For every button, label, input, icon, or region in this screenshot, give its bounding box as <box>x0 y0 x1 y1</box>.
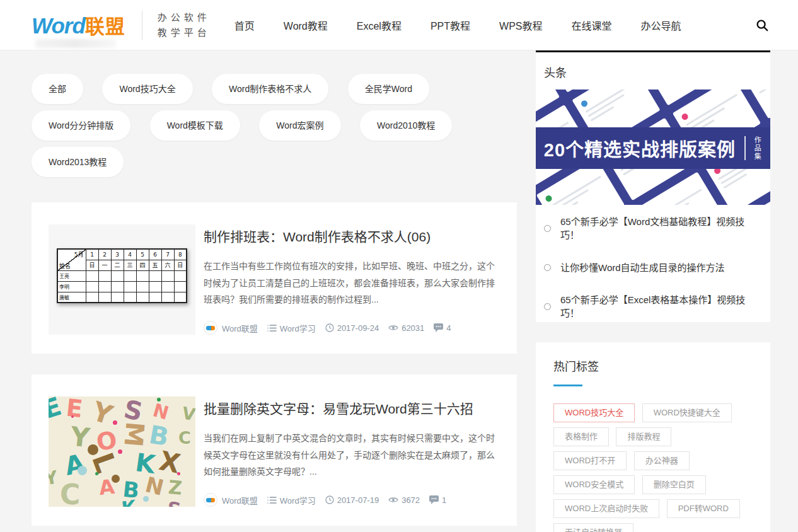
main-nav: 首页 Word教程 Excel教程 PPT教程 WPS教程 在线课堂 办公导航 <box>234 11 710 39</box>
headline-item[interactable]: 65个新手必学【Word文档基础教程】视频技巧！ <box>544 209 762 248</box>
comment-count: 1 <box>442 495 446 505</box>
eye-icon <box>388 324 398 332</box>
nav-item-classroom[interactable]: 在线课堂 <box>572 11 612 39</box>
filter-learn-word[interactable]: 全民学Word <box>348 74 429 104</box>
nav-item-word[interactable]: Word教程 <box>284 11 328 39</box>
site-logo[interactable]: Word联盟 <box>32 11 125 39</box>
view-count: 62031 <box>402 323 424 333</box>
views-block: 3672 <box>388 495 420 505</box>
site-header: Word联盟 办公软件 教学平台 首页 Word教程 Excel教程 PPT教程… <box>0 0 798 50</box>
comment-icon <box>434 323 443 332</box>
filter-word-macro[interactable]: Word宏案例 <box>259 110 340 141</box>
author-name: Word联盟 <box>222 322 258 334</box>
hot-tag[interactable]: WORD上次启动时失败 <box>553 499 659 518</box>
headline-banner[interactable]: 20个精选实战排版案例 作品集 <box>536 90 770 205</box>
banner-side-text: 作品集 <box>752 136 762 161</box>
headline-list: 65个新手必学【Word文档基础教程】视频技巧！ 让你秒懂Word自动生成目录的… <box>536 205 770 326</box>
category-block[interactable]: Word学习 <box>267 494 316 506</box>
category-block[interactable]: Word学习 <box>267 322 316 334</box>
author-avatar <box>204 321 217 335</box>
hot-tags-title: 热门标签 <box>553 357 753 374</box>
page-body: 全部 Word技巧大全 Word制作表格不求人 全民学Word Word分分钟排… <box>0 50 798 532</box>
views-block: 62031 <box>388 323 424 333</box>
filter-word2010[interactable]: Word2010教程 <box>360 110 452 141</box>
category-name: Word学习 <box>280 322 316 334</box>
search-button[interactable] <box>755 18 769 32</box>
clock-icon <box>325 323 334 332</box>
banner-text-band: 20个精选实战排版案例 作品集 <box>536 127 770 169</box>
filter-all[interactable]: 全部 <box>32 74 83 104</box>
hot-tag[interactable]: WORD快捷键大全 <box>642 403 732 422</box>
nav-item-home[interactable]: 首页 <box>234 11 255 39</box>
sidebar: 头条 20个精选实战排版案例 作品集 65个新手必学【Word文档基础教程】视频… <box>536 50 770 532</box>
filter-word-layout[interactable]: Word分分钟排版 <box>32 110 130 141</box>
filter-tag-bar: 全部 Word技巧大全 Word制作表格不求人 全民学Word Word分分钟排… <box>32 50 517 183</box>
hot-tag[interactable]: WORD技巧大全 <box>553 403 635 422</box>
title-underline <box>553 385 582 386</box>
comment-count: 4 <box>446 323 451 333</box>
category-name: Word学习 <box>280 494 316 506</box>
author-block[interactable]: Word联盟 <box>204 321 258 335</box>
author-name: Word联盟 <box>222 494 258 506</box>
article-thumbnail-schedule-table[interactable]: 5月姓名12345678日一二三四五六日王亮李明唐敏 <box>49 224 195 335</box>
tag-cloud: WORD技巧大全 WORD快捷键大全 表格制作 排版教程 WORD打不开 办公神… <box>553 403 753 532</box>
view-count: 3672 <box>402 495 420 505</box>
author-avatar <box>204 493 217 507</box>
article-thumbnail-letters[interactable]: EEYSNVYOMBCALKXABNZCYKS <box>49 396 195 507</box>
logo-lianmeng: 联盟 <box>85 11 125 39</box>
hot-tag[interactable]: 办公神器 <box>634 451 690 470</box>
circle-bullet-icon <box>544 225 551 232</box>
hot-tag[interactable]: 表格制作 <box>553 427 609 446</box>
headline-item[interactable]: 65个新手必学【Excel表格基本操作】视频技巧！ <box>544 287 762 326</box>
headline-link[interactable]: 65个新手必学【Excel表格基本操作】视频技巧！ <box>560 293 762 320</box>
circle-bullet-icon <box>544 303 551 310</box>
hot-tag[interactable]: 排版教程 <box>616 427 671 446</box>
logo-word: Word <box>32 13 85 38</box>
date-block: 2017-07-19 <box>325 495 379 505</box>
comments-block[interactable]: 4 <box>434 323 451 333</box>
logo-watermark-blur <box>35 39 116 48</box>
comment-icon <box>429 495 439 504</box>
hot-tag[interactable]: 无法启动转换器 <box>553 523 633 532</box>
nav-item-wps[interactable]: WPS教程 <box>499 11 542 39</box>
nav-item-excel[interactable]: Excel教程 <box>357 11 402 39</box>
nav-item-ppt[interactable]: PPT教程 <box>431 11 470 39</box>
article-card: 5月姓名12345678日一二三四五六日王亮李明唐敏 制作排班表：Word制作表… <box>32 202 517 354</box>
eye-icon <box>388 496 398 504</box>
publish-date: 2017-07-19 <box>337 495 379 505</box>
headlines-title: 头条 <box>544 64 770 80</box>
article-excerpt: 在工作当中有些工作岗位有班次的安排，比如早班、晚班、中班之分，这个时候为了让员工… <box>204 258 498 308</box>
category-list-icon <box>267 496 277 504</box>
filter-word-templates[interactable]: Word模板下载 <box>150 110 240 141</box>
banner-text: 20个精选实战排版案例 <box>544 135 736 161</box>
hot-tag[interactable]: 删除空白页 <box>642 475 706 494</box>
filter-word2013[interactable]: Word2013教程 <box>32 147 124 177</box>
hot-tags-panel: 热门标签 WORD技巧大全 WORD快捷键大全 表格制作 排版教程 WORD打不… <box>536 342 770 532</box>
clock-icon <box>325 495 334 504</box>
main-column: 全部 Word技巧大全 Word制作表格不求人 全民学Word Word分分钟排… <box>32 50 517 532</box>
headline-item[interactable]: 让你秒懂Word自动生成目录的操作方法 <box>544 248 762 287</box>
author-block[interactable]: Word联盟 <box>204 493 258 507</box>
logo-divider <box>142 11 142 40</box>
article-title[interactable]: 制作排班表：Word制作表格不求人(06) <box>204 228 498 245</box>
site-tagline: 办公软件 教学平台 <box>158 10 211 40</box>
headline-link[interactable]: 65个新手必学【Word文档基础教程】视频技巧！ <box>560 215 762 241</box>
article-excerpt: 当我们在网上复制了中英文混合的文章时，其实有时候只需要中文，这个时候英文字母在这… <box>204 430 498 480</box>
hot-tag[interactable]: WORD安全模式 <box>553 475 635 494</box>
headline-link[interactable]: 让你秒懂Word自动生成目录的操作方法 <box>560 261 725 274</box>
article-title[interactable]: 批量删除英文字母：易雪龙玩Word第三十六招 <box>204 400 498 417</box>
filter-word-tables[interactable]: Word制作表格不求人 <box>212 74 328 104</box>
circle-bullet-icon <box>544 264 551 271</box>
hot-tag[interactable]: WORD打不开 <box>553 451 627 470</box>
hot-tag[interactable]: PDF转WORD <box>667 499 740 518</box>
tagline-line1: 办公软件 <box>158 10 211 25</box>
tagline-line2: 教学平台 <box>158 25 211 40</box>
article-card: EEYSNVYOMBCALKXABNZCYKS 批量删除英文字母：易雪龙玩Wor… <box>32 374 517 526</box>
comments-block[interactable]: 1 <box>429 495 446 505</box>
filter-word-tips[interactable]: Word技巧大全 <box>102 74 192 104</box>
nav-item-navsite[interactable]: 办公导航 <box>641 11 681 39</box>
category-list-icon <box>267 324 277 332</box>
publish-date: 2017-09-24 <box>337 323 379 333</box>
banner-divider <box>744 136 746 160</box>
article-meta: Word联盟 Word学习 2017-0 <box>204 493 498 507</box>
